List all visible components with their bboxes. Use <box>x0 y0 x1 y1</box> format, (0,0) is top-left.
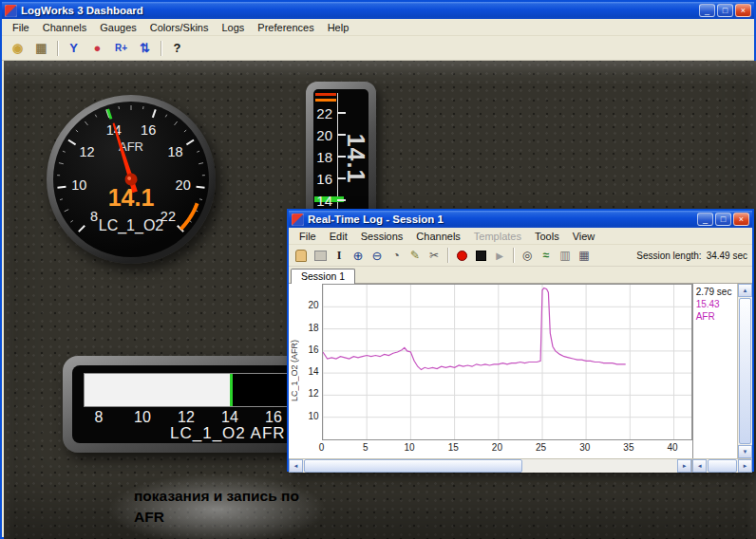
horizontal-scrollbar[interactable]: ◄ ► <box>289 459 691 473</box>
record-setup-icon[interactable]: R+ <box>110 38 132 58</box>
vertical-gauge-scale-number: 14 <box>313 193 332 209</box>
session-length: Session length:34.49 sec <box>636 251 752 261</box>
horizontal-gauge-fill <box>85 374 233 406</box>
find-icon[interactable]: ◎ <box>519 248 536 264</box>
record-button[interactable] <box>453 248 470 264</box>
menu-file[interactable]: File <box>6 21 36 34</box>
log-menu-sessions[interactable]: Sessions <box>354 230 410 243</box>
log-window-icon <box>292 214 304 226</box>
chart-y-tick-labels: 101214161820 <box>301 284 322 458</box>
chart-y-tick: 16 <box>309 344 319 355</box>
panel-scroll-right-button[interactable]: ► <box>738 459 752 473</box>
session-length-value: 34.49 sec <box>707 251 747 261</box>
stop-button-shape <box>476 251 486 261</box>
horizontal-scroll-track[interactable] <box>303 459 677 473</box>
log-menu-tools[interactable]: Tools <box>528 230 566 243</box>
time-scale-icon[interactable]: ◔ <box>387 248 405 264</box>
tab-session-1[interactable]: Session 1 <box>291 269 355 284</box>
pan-hand-icon[interactable] <box>293 248 310 264</box>
menu-gauges[interactable]: Gauges <box>93 21 143 34</box>
panel-scroll-thumb[interactable] <box>708 459 737 473</box>
scroll-up-button[interactable]: ▲ <box>738 284 752 297</box>
vertical-gauge-orange-mark <box>315 99 336 102</box>
chart-x-tick: 10 <box>404 442 414 453</box>
y-axis-icon[interactable]: Y <box>63 38 85 58</box>
log-menu-channels[interactable]: Channels <box>409 230 466 243</box>
round-gauge-channel: LC_1_O2 <box>99 217 164 234</box>
log-menu-edit[interactable]: Edit <box>323 230 354 243</box>
scroll-down-button[interactable]: ▼ <box>738 445 752 458</box>
cursor-time: 2.79 sec <box>696 286 735 298</box>
round-gauge-scale-number: 20 <box>176 177 191 193</box>
table-view-icon[interactable]: ▦ <box>576 248 593 264</box>
minimize-button[interactable]: _ <box>699 4 715 17</box>
scroll-left-button[interactable]: ◄ <box>289 459 303 473</box>
round-gauge-scale-and-needle: 810121416182022 <box>57 105 205 232</box>
menu-channels[interactable]: Channels <box>36 21 93 34</box>
log-titlebar[interactable]: Real-Time Log - Session 1 _ □ × <box>289 211 752 228</box>
log-menu-view[interactable]: View <box>566 230 602 243</box>
log-bottom-bar: ◄ ► ◄ ► <box>289 458 752 473</box>
round-gauge-scale-number: 18 <box>167 144 182 159</box>
round-gauge-icon[interactable]: ◉ <box>7 38 28 58</box>
log-close-button[interactable]: × <box>733 213 749 226</box>
main-toolbar: ◉▦Y●R+⇅? <box>2 36 754 61</box>
edit-notes-icon[interactable]: ✎ <box>406 248 424 264</box>
overlay-icon[interactable]: ≈ <box>538 248 555 264</box>
panel-scroll-left-button[interactable]: ◄ <box>692 459 707 473</box>
sort-arrows-icon[interactable]: ⇅ <box>134 38 156 58</box>
difference-icon[interactable]: ▥ <box>557 248 574 264</box>
main-titlebar[interactable]: LogWorks 3 Dashboard _ □ × <box>2 2 754 19</box>
vertical-gauge-scale-number: 22 <box>313 105 332 121</box>
log-window-title: Real-Time Log - Session 1 <box>308 214 444 225</box>
round-gauge-afr[interactable]: AFR 14.1 LC_1_O2 810121416182022 <box>47 95 216 264</box>
chart-gridlines <box>323 285 691 439</box>
chart-x-tick: 30 <box>579 442 590 453</box>
stop-button[interactable] <box>472 248 489 264</box>
log-maximize-button[interactable]: □ <box>715 213 731 226</box>
menu-logs[interactable]: Logs <box>216 21 252 34</box>
main-menubar: FileChannelsGaugesColors/SkinsLogsPrefer… <box>2 19 754 36</box>
menu-help[interactable]: Help <box>321 21 356 34</box>
log-menu-file[interactable]: File <box>293 230 323 243</box>
panel-layout-icon[interactable]: ▦ <box>30 38 52 58</box>
close-button[interactable]: × <box>735 4 751 17</box>
vertical-scroll-thumb[interactable] <box>739 298 751 444</box>
cut-session-icon[interactable]: ✂ <box>425 248 443 264</box>
round-gauge-face: AFR 14.1 LC_1_O2 810121416182022 <box>53 102 209 257</box>
play-button[interactable]: ▶ <box>491 248 508 264</box>
scroll-right-button[interactable]: ► <box>677 459 691 473</box>
zoom-out-icon[interactable]: ⊖ <box>369 248 386 264</box>
help-icon[interactable]: ? <box>166 38 188 58</box>
menu-preferences[interactable]: Preferences <box>251 21 320 34</box>
vertical-scrollbar[interactable]: ▲ ▼ <box>737 284 752 458</box>
annotation-line-1: показания и запись по <box>134 486 299 507</box>
main-window: LogWorks 3 Dashboard _ □ × FileChannelsG… <box>0 0 756 539</box>
maximize-button[interactable]: □ <box>717 4 733 17</box>
log-menu-templates[interactable]: Templates <box>467 230 528 243</box>
chart-x-tick: 5 <box>363 442 369 453</box>
zoom-in-icon[interactable]: ⊕ <box>350 248 367 264</box>
chart-canvas <box>323 285 691 439</box>
text-cursor-icon[interactable]: I <box>331 248 348 264</box>
log-minimize-button[interactable]: _ <box>697 213 713 226</box>
panel-mini-scrollbar[interactable]: ◄ ► <box>691 459 752 473</box>
chart-y-tick: 18 <box>309 323 319 333</box>
vertical-gauge-scale-number: 18 <box>313 149 332 165</box>
panel-scroll-track[interactable] <box>707 459 738 473</box>
chart-y-tick: 12 <box>309 388 319 399</box>
realtime-log-window: Real-Time Log - Session 1 _ □ × FileEdit… <box>287 209 754 472</box>
chart-x-tick: 25 <box>536 442 546 453</box>
colors-ball-icon[interactable]: ● <box>86 38 108 58</box>
horizontal-scroll-thumb[interactable] <box>304 459 522 473</box>
vertical-gauge-tick <box>337 112 346 114</box>
chart-x-tick: 15 <box>448 442 459 453</box>
pan-hand-icon-shape <box>295 250 307 262</box>
cursor-value: 15.43 AFR <box>696 298 735 323</box>
select-icon[interactable] <box>312 248 329 264</box>
menu-colors-skins[interactable]: Colors/Skins <box>143 21 216 34</box>
chart-y-tick: 20 <box>309 300 319 310</box>
app-icon <box>5 5 17 17</box>
vertical-scroll-track[interactable] <box>738 297 752 445</box>
chart-plot-area[interactable] <box>322 284 692 440</box>
